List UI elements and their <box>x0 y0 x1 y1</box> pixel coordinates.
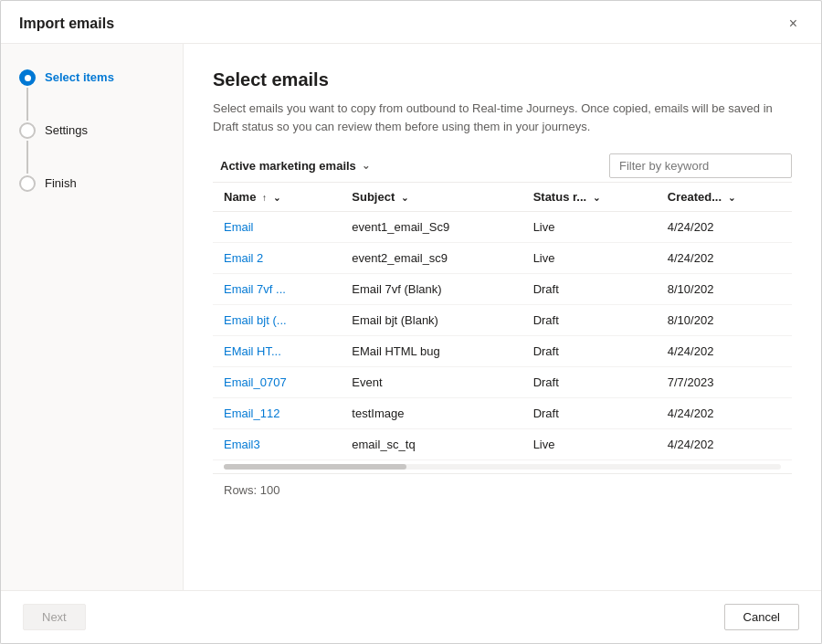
toolbar: Active marketing emails ⌄ <box>213 153 792 178</box>
cell-subject: Email bjt (Blank) <box>341 305 522 336</box>
cell-status: Draft <box>522 336 657 367</box>
cell-status: Draft <box>522 398 657 429</box>
cell-name: Email bjt (... <box>213 305 341 336</box>
cell-created: 8/10/202 <box>657 305 792 336</box>
table-row: Email event1_email_Sc9 Live 4/24/202 <box>213 212 792 243</box>
email-link[interactable]: Email3 <box>224 438 260 451</box>
status-sort-icon: ⌄ <box>593 193 600 203</box>
dialog-header: Import emails × <box>1 1 821 44</box>
page-description: Select emails you want to copy from outb… <box>213 100 779 135</box>
emails-table-wrap[interactable]: Name ↑ ⌄ Subject ⌄ Status r... ⌄ <box>213 182 792 590</box>
step-finish: Finish <box>19 175 164 192</box>
cell-subject: Event <box>341 367 522 398</box>
email-link[interactable]: Email bjt (... <box>224 313 287 327</box>
table-row: Email3 email_sc_tq Live 4/24/202 <box>213 429 792 460</box>
col-header-status[interactable]: Status r... ⌄ <box>522 183 657 212</box>
cell-subject: Email 7vf (Blank) <box>341 274 522 305</box>
cell-name: Email3 <box>213 429 341 460</box>
cell-subject: event2_email_sc9 <box>341 243 522 274</box>
cell-name: Email_112 <box>213 398 341 429</box>
page-title: Select emails <box>213 69 792 90</box>
cell-name: Email <box>213 212 341 243</box>
cell-name: EMail HT... <box>213 336 341 367</box>
step-circle-settings <box>19 122 36 139</box>
step-connector-2 <box>26 141 28 174</box>
cell-subject: testImage <box>341 398 522 429</box>
created-sort-icon: ⌄ <box>728 193 735 203</box>
next-button[interactable]: Next <box>23 604 86 630</box>
sort-toggle-icon: ⌄ <box>273 193 280 203</box>
email-link[interactable]: Email_0707 <box>224 375 287 389</box>
cell-subject: EMail HTML bug <box>341 336 522 367</box>
cell-status: Live <box>522 212 657 243</box>
dialog-title: Import emails <box>19 16 114 32</box>
main-content: Select emails Select emails you want to … <box>184 44 821 590</box>
cell-created: 4/24/202 <box>657 398 792 429</box>
filter-dropdown-label: Active marketing emails <box>220 159 356 173</box>
cell-status: Live <box>522 243 657 274</box>
email-link[interactable]: Email 2 <box>224 251 263 265</box>
cell-name: Email_0707 <box>213 367 341 398</box>
col-header-subject[interactable]: Subject ⌄ <box>341 183 522 212</box>
sidebar: Select items Settings Finish <box>1 44 184 590</box>
cell-created: 4/24/202 <box>657 336 792 367</box>
sort-asc-icon: ↑ <box>262 193 267 203</box>
dialog-footer: Next Cancel <box>1 590 821 643</box>
cell-subject: event1_email_Sc9 <box>341 212 522 243</box>
cell-created: 8/10/202 <box>657 274 792 305</box>
table-header-row: Name ↑ ⌄ Subject ⌄ Status r... ⌄ <box>213 183 792 212</box>
step-select-items: Select items <box>19 69 164 122</box>
email-link[interactable]: Email_112 <box>224 406 279 420</box>
cell-created: 4/24/202 <box>657 429 792 460</box>
table-row: Email_112 testImage Draft 4/24/202 <box>213 398 792 429</box>
filter-dropdown[interactable]: Active marketing emails ⌄ <box>213 155 377 176</box>
cell-created: 4/24/202 <box>657 212 792 243</box>
keyword-filter-input[interactable] <box>609 153 792 178</box>
cancel-button[interactable]: Cancel <box>724 604 799 630</box>
cell-status: Live <box>522 429 657 460</box>
step-settings: Settings <box>19 122 164 175</box>
chevron-down-icon: ⌄ <box>362 160 370 172</box>
email-link[interactable]: Email <box>224 220 254 234</box>
step-label-finish: Finish <box>45 175 77 190</box>
table-row: Email 2 event2_email_sc9 Live 4/24/202 <box>213 243 792 274</box>
horizontal-scrollbar[interactable] <box>224 464 781 470</box>
table-row: EMail HT... EMail HTML bug Draft 4/24/20… <box>213 336 792 367</box>
cell-status: Draft <box>522 305 657 336</box>
email-rows: Email event1_email_Sc9 Live 4/24/202 Ema… <box>213 212 792 460</box>
dialog-body: Select items Settings Finish Select emai… <box>1 44 821 590</box>
cell-created: 4/24/202 <box>657 243 792 274</box>
table-row: Email 7vf ... Email 7vf (Blank) Draft 8/… <box>213 274 792 305</box>
cell-status: Draft <box>522 274 657 305</box>
col-header-created[interactable]: Created... ⌄ <box>657 183 792 212</box>
scrollbar-thumb[interactable] <box>224 464 406 470</box>
email-link[interactable]: EMail HT... <box>224 344 281 358</box>
cell-subject: email_sc_tq <box>341 429 522 460</box>
step-label-settings: Settings <box>45 122 88 137</box>
subject-sort-icon: ⌄ <box>401 193 408 203</box>
table-row: Email_0707 Event Draft 7/7/2023 <box>213 367 792 398</box>
table-row: Email bjt (... Email bjt (Blank) Draft 8… <box>213 305 792 336</box>
step-connector-1 <box>26 88 28 121</box>
step-circle-select-items <box>19 69 36 86</box>
email-link[interactable]: Email 7vf ... <box>224 282 286 296</box>
emails-table: Name ↑ ⌄ Subject ⌄ Status r... ⌄ <box>213 183 792 460</box>
cell-name: Email 7vf ... <box>213 274 341 305</box>
cell-name: Email 2 <box>213 243 341 274</box>
step-label-select-items: Select items <box>45 69 114 84</box>
cell-status: Draft <box>522 367 657 398</box>
import-emails-dialog: Import emails × Select items Settings <box>0 0 822 644</box>
col-header-name[interactable]: Name ↑ ⌄ <box>213 183 341 212</box>
cell-created: 7/7/2023 <box>657 367 792 398</box>
step-circle-finish <box>19 175 36 192</box>
rows-count: Rows: 100 <box>213 473 792 506</box>
close-button[interactable]: × <box>784 14 803 34</box>
